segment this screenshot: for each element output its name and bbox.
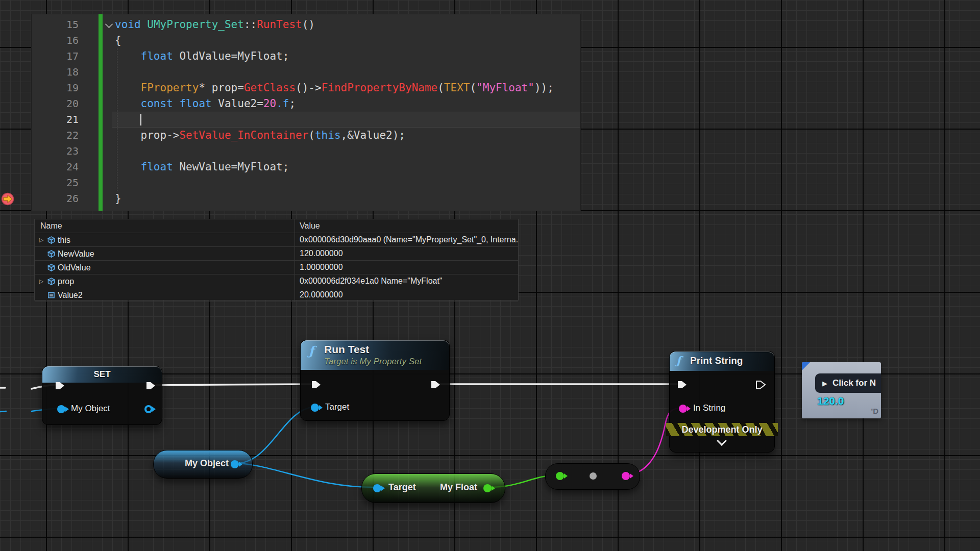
line-number[interactable]: 18 [32, 64, 79, 80]
variable-value: 1.00000000 [295, 261, 518, 274]
code-line[interactable]: 26} [32, 191, 580, 207]
watch-row[interactable]: ▷prop0x000006d2f034e1a0 Name="MyFloat" [35, 274, 518, 288]
variable-value: 20.0000000 [295, 288, 518, 302]
node-set[interactable]: SET My Object [42, 366, 162, 425]
function-icon: ƒ [309, 343, 314, 358]
watch-header-row: Name Value [35, 219, 518, 233]
node-my-object-getter[interactable]: My Object [153, 450, 253, 479]
node-print-string-header: ƒ Print String [670, 352, 774, 371]
my-float-output-label: My Float [440, 482, 477, 493]
code-text: prop->SetValue_InContainer(this,&Value2)… [115, 128, 405, 143]
click-for-more-button[interactable]: ▶ Click for N [815, 373, 881, 393]
exec-in-pin[interactable] [54, 380, 65, 391]
object-input-pin[interactable] [57, 405, 65, 413]
line-number[interactable]: 19 [32, 80, 79, 96]
line-number[interactable]: 24 [32, 159, 79, 175]
node-print-string[interactable]: ƒ Print String In String Development Onl… [669, 351, 775, 453]
debug-value-bubble[interactable]: ▶ Click for N 120.0 'D [802, 362, 881, 418]
target-input-pin[interactable] [311, 404, 319, 412]
code-line[interactable]: 15void UMyProperty_Set::RunTest() [32, 17, 580, 33]
watch-column-name[interactable]: Name [35, 219, 295, 233]
exec-out-pin[interactable] [145, 380, 156, 391]
code-line[interactable]: 21 [32, 112, 580, 128]
variable-name: Value2 [58, 289, 83, 302]
line-number[interactable]: 16 [32, 33, 79, 48]
code-line[interactable]: 27 [32, 207, 580, 211]
variable-value: 0x000006d30d90aaa0 (Name="MyProperty_Set… [295, 233, 518, 246]
code-lines[interactable]: 15void UMyProperty_Set::RunTest()16{17 f… [32, 17, 580, 211]
string-output-pin[interactable] [622, 472, 630, 480]
my-object-getter-label: My Object [185, 458, 229, 469]
variable-name: this [58, 234, 70, 246]
line-number[interactable]: 25 [32, 175, 79, 191]
watch-window[interactable]: Name Value ▷this0x000006d30d90aaa0 (Name… [34, 219, 519, 300]
exec-in-pin[interactable] [676, 379, 688, 390]
code-line[interactable]: 23 [32, 143, 580, 159]
expand-node-chevron-icon[interactable] [717, 436, 727, 446]
exec-in-pin[interactable] [310, 379, 322, 390]
code-text: float NewValue=MyFloat; [115, 159, 289, 175]
blueprint-debug-screen: SET My Object ƒ Run Test Target is My Pr… [0, 0, 980, 551]
node-float-to-string-conversion[interactable] [545, 463, 640, 490]
in-string-pin[interactable] [679, 405, 687, 413]
expand-arrow-icon[interactable]: ▷ [38, 275, 45, 288]
code-line[interactable]: 19 FProperty* prop=GetClass()->FindPrope… [32, 80, 580, 96]
development-only-banner: Development Only [666, 423, 778, 436]
watch-row[interactable]: NewValue120.000000 [35, 247, 518, 261]
variable-value: 0x000006d2f034e1a0 Name="MyFloat" [295, 274, 518, 288]
function-icon: ƒ [676, 354, 681, 367]
object-output-pin[interactable] [144, 405, 153, 413]
line-number[interactable]: 27 [32, 207, 79, 211]
object-icon [47, 277, 56, 286]
variable-value: 120.000000 [295, 247, 518, 260]
code-line[interactable]: 20 const float Value2=20.f; [32, 96, 580, 112]
watch-row[interactable]: Value220.0000000 [35, 288, 518, 302]
object-icon [47, 236, 56, 244]
code-line[interactable]: 22 prop->SetValue_InContainer(this,&Valu… [32, 128, 580, 143]
code-line[interactable]: 24 float NewValue=MyFloat; [32, 159, 580, 175]
node-run-test[interactable]: ƒ Run Test Target is My Property Set Tar… [300, 340, 450, 421]
expand-arrow-icon[interactable]: ▷ [38, 234, 45, 246]
line-number[interactable]: 21 [32, 112, 79, 128]
line-number[interactable]: 22 [32, 128, 79, 143]
node-run-test-title: Run Test [324, 343, 369, 356]
code-text: const float Value2=20.f; [115, 96, 296, 112]
watched-value: 120.0 [817, 395, 844, 407]
field-icon [47, 291, 56, 299]
click-for-more-label: Click for N [832, 378, 876, 388]
code-editor[interactable]: 15void UMyProperty_Set::RunTest()16{17 f… [31, 14, 581, 211]
node-my-float-getter[interactable]: Target My Float [361, 473, 505, 503]
bubble-corner-fold-icon [802, 362, 810, 370]
line-number[interactable]: 20 [32, 96, 79, 112]
float-input-pin[interactable] [556, 472, 564, 480]
watch-row[interactable]: OldValue1.00000000 [35, 261, 518, 274]
object-output-pin[interactable] [231, 460, 239, 468]
node-run-test-subtitle: Target is My Property Set [324, 357, 422, 367]
watch-column-value[interactable]: Value [295, 219, 518, 233]
target-input-pin[interactable] [373, 484, 381, 492]
code-line[interactable]: 18 [32, 64, 580, 80]
code-line[interactable]: 16{ [32, 33, 580, 48]
run-test-target-label: Target [325, 402, 349, 412]
node-set-title: SET [93, 369, 110, 379]
code-text: FProperty* prop=GetClass()->FindProperty… [115, 80, 554, 96]
object-icon [47, 249, 56, 258]
watch-row[interactable]: ▷this0x000006d30d90aaa0 (Name="MyPropert… [35, 233, 518, 247]
conversion-dot-icon [590, 472, 597, 480]
code-line[interactable]: 17 float OldValue=MyFloat; [32, 48, 580, 64]
line-number[interactable]: 17 [32, 48, 79, 64]
code-text: void UMyProperty_Set::RunTest() [115, 17, 315, 33]
variable-name: prop [58, 275, 74, 288]
code-text: { [115, 33, 121, 48]
bubble-faded-text: 'D [871, 407, 878, 415]
float-output-pin[interactable] [483, 484, 492, 492]
line-number[interactable]: 15 [32, 17, 79, 33]
text-caret [140, 114, 141, 126]
exec-out-pin[interactable] [755, 379, 766, 390]
line-number[interactable]: 26 [32, 191, 79, 207]
code-line[interactable]: 25 [32, 175, 580, 191]
node-run-test-header: ƒ Run Test Target is My Property Set [301, 340, 449, 370]
line-number[interactable]: 23 [32, 143, 79, 159]
code-text: } [115, 191, 121, 207]
exec-out-pin[interactable] [430, 379, 441, 390]
